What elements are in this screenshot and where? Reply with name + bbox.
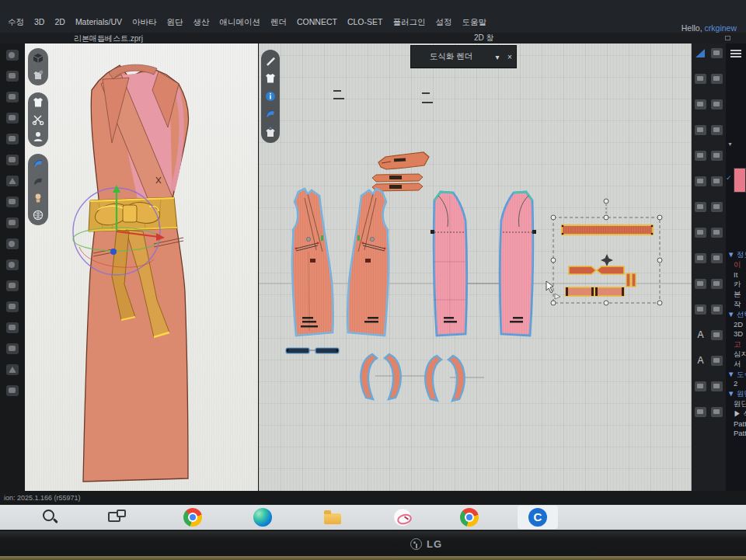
prop-author[interactable]: 작 [727, 300, 746, 310]
steam-tool[interactable] [711, 381, 723, 391]
vest-dress[interactable] [73, 64, 189, 482]
show-garment-icon[interactable] [32, 96, 44, 109]
pattern-ribbon-strip-1[interactable] [372, 174, 423, 182]
edge-icon[interactable] [253, 508, 272, 527]
avatar-pose-5-icon[interactable] [6, 155, 19, 165]
pins-icon[interactable] [32, 113, 44, 126]
thread-icon[interactable] [6, 343, 19, 354]
fabric-roll-2-icon[interactable] [6, 301, 19, 312]
section-info[interactable]: ▼ 정보 [727, 250, 746, 260]
shrinkage-tool[interactable] [711, 253, 723, 263]
prop-item[interactable]: It [727, 270, 746, 280]
prop-3d[interactable]: 3D [727, 329, 746, 339]
trims-icon[interactable] [6, 176, 19, 186]
clo-app-icon[interactable]: C [528, 508, 547, 527]
menu-3d[interactable]: 3D [34, 17, 44, 28]
spray-tool[interactable] [695, 407, 706, 417]
avatar-pose-4-icon[interactable] [6, 134, 19, 144]
tack-tool[interactable] [711, 202, 723, 212]
menu-materials-uv[interactable]: Materials/UV [75, 17, 122, 28]
prop-interlining[interactable]: 심지 [727, 350, 746, 360]
avatar-run-icon[interactable] [6, 50, 19, 61]
iron-tool[interactable] [711, 151, 723, 161]
edit-pattern-tool[interactable] [695, 74, 706, 84]
prop-detail[interactable]: 서 [727, 360, 746, 370]
section-fabric[interactable]: ▼ 원단 [727, 389, 746, 399]
menu-fabric[interactable]: 원단 [166, 17, 183, 28]
menu-connect[interactable]: CONNECT [297, 17, 337, 28]
button-icon[interactable] [6, 238, 19, 249]
rectangle-tool[interactable] [695, 176, 706, 186]
menu-help[interactable]: 도움말 [462, 17, 486, 28]
selection-move-handle[interactable] [601, 254, 613, 266]
panel-collapse-icon[interactable]: ▼ [727, 141, 733, 147]
pattern-belt-long-strip[interactable] [562, 225, 654, 235]
pattern-ribbon-band[interactable] [378, 152, 429, 169]
prop-grainline[interactable]: ▶ 식서 [727, 409, 746, 419]
prop-pattern-1[interactable]: Patte [727, 419, 746, 430]
pattern-armhole-facing-1[interactable] [361, 354, 377, 399]
avatar-pose-3-icon[interactable] [6, 113, 19, 123]
section-selection[interactable]: ▼ 선택 선 [727, 310, 746, 320]
edit-sewing-tool[interactable] [711, 125, 723, 135]
chrome-2-icon[interactable] [460, 508, 479, 527]
transform-pattern-tool[interactable] [695, 48, 706, 58]
free-sewing-tool[interactable] [711, 74, 723, 84]
pattern-tail-strip-right[interactable] [595, 287, 624, 296]
menu-clo-set[interactable]: CLO-SET [347, 17, 383, 28]
export-pattern-tool[interactable] [695, 279, 706, 289]
menu-avatar[interactable]: 아바타 [132, 17, 157, 28]
file-explorer-icon[interactable] [323, 508, 342, 527]
garment-2-icon[interactable] [6, 217, 19, 228]
pattern-armhole-facing-2[interactable] [385, 354, 401, 399]
tab-2d-window[interactable]: 2D 창 [474, 33, 494, 43]
menu-animation[interactable]: 애니메이션 [219, 17, 260, 28]
measure-tool[interactable] [711, 356, 723, 366]
project-tab[interactable]: 리본매듭베스트.zprj [74, 33, 143, 44]
prop-name[interactable]: 이 [727, 260, 746, 270]
fabric-view-icon[interactable] [32, 175, 44, 187]
menu-plugin[interactable]: 플러그인 [392, 17, 425, 28]
pattern-bow-strip-right[interactable] [597, 266, 624, 274]
pattern-back-panel-left[interactable] [431, 192, 467, 336]
garment-3d-view[interactable] [25, 43, 258, 491]
design-app-icon[interactable] [393, 508, 412, 527]
pattern-canvas[interactable] [259, 43, 692, 491]
texture-icon[interactable] [6, 322, 19, 333]
garment-fit-icon[interactable] [32, 69, 44, 82]
mn-sewing-tool[interactable] [711, 99, 723, 110]
pattern-tail-strip-left[interactable] [566, 287, 594, 296]
prop-2d[interactable]: 2D [727, 320, 746, 330]
prop-schematic-2d[interactable]: 2 [727, 379, 746, 389]
edit-curvature-tool[interactable] [695, 99, 706, 110]
garment-1-icon[interactable] [6, 197, 19, 207]
grading-tool[interactable] [695, 381, 706, 391]
layer-tool[interactable] [711, 407, 723, 417]
segment-sewing-tool[interactable] [711, 48, 723, 58]
dart-tool[interactable] [695, 202, 706, 212]
pattern-bow-strip-left[interactable] [569, 266, 596, 274]
pattern-knot-piece[interactable] [626, 273, 636, 287]
seam-allowance-tool[interactable] [695, 304, 706, 315]
pen-2d-tool[interactable] [711, 279, 723, 289]
section-schematic[interactable]: ▼ 도식 [727, 370, 746, 380]
menu-production[interactable]: 생산 [193, 17, 209, 28]
menu-settings[interactable]: 설정 [435, 17, 451, 28]
pattern-texture-tool[interactable] [711, 228, 723, 238]
greeting-username[interactable]: crkginew [705, 23, 737, 33]
text-tool[interactable]: A [697, 330, 703, 340]
viewport-2d[interactable]: 도식화 렌더 ▾ × [259, 43, 692, 491]
selection-bounding-box[interactable] [551, 199, 662, 305]
polygon-tool[interactable] [695, 151, 706, 161]
mannequin-icon[interactable] [32, 192, 44, 204]
pattern-front-panel-right[interactable] [347, 189, 389, 336]
pattern-armhole-facing-3[interactable] [425, 356, 441, 401]
prop-advanced[interactable]: 고 [727, 339, 746, 350]
chrome-icon[interactable] [183, 508, 202, 527]
prop-base[interactable]: 본 [727, 290, 746, 300]
render-mode-icon[interactable] [32, 52, 44, 64]
prop-fabric[interactable]: 원단 [727, 399, 746, 409]
show-avatar-icon[interactable] [32, 130, 44, 143]
viewport-3d[interactable] [25, 43, 258, 491]
environment-icon[interactable] [32, 209, 44, 221]
